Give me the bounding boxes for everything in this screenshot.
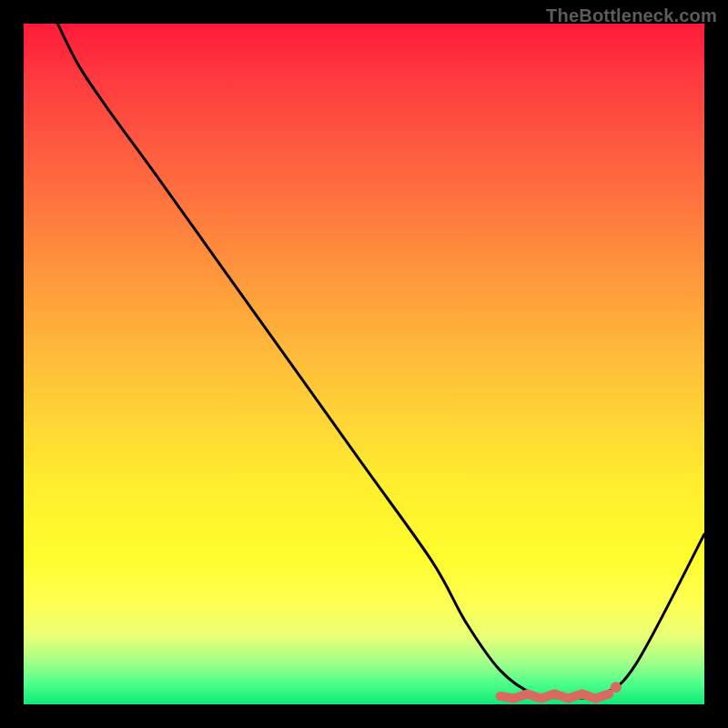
chart-background-gradient xyxy=(24,24,704,704)
chart-frame: TheBottleneck.com xyxy=(0,0,728,728)
attribution-text: TheBottleneck.com xyxy=(546,5,717,26)
